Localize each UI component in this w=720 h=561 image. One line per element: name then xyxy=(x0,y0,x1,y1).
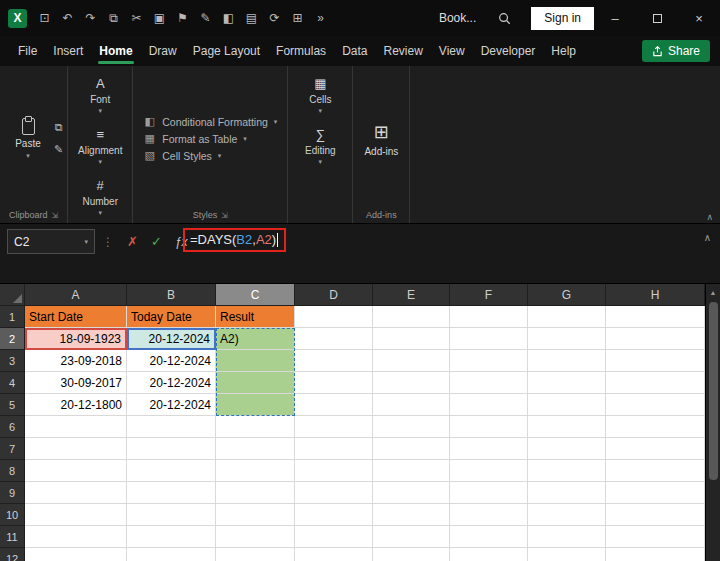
style-item-cell-styles[interactable]: ▧Cell Styles▾ xyxy=(143,149,277,162)
cell-H9[interactable] xyxy=(606,482,705,504)
row-header-8[interactable]: 8 xyxy=(0,460,25,482)
cell-F5[interactable] xyxy=(450,394,528,416)
tab-home[interactable]: Home xyxy=(91,36,140,66)
cell-D6[interactable] xyxy=(295,416,373,438)
maximize-button[interactable] xyxy=(636,0,678,36)
add-ins-button[interactable]: ⊞ Add-ins xyxy=(357,121,405,157)
style-item-format-as-table[interactable]: ▦Format as Table▾ xyxy=(143,132,277,145)
cell-B8[interactable] xyxy=(127,460,216,482)
cell-H11[interactable] xyxy=(606,526,705,548)
cell-H1[interactable] xyxy=(606,306,705,328)
cell-E8[interactable] xyxy=(373,460,450,482)
cell-G9[interactable] xyxy=(528,482,606,504)
cell-B2[interactable]: 20-12-2024 xyxy=(127,328,216,350)
copy-icon[interactable]: ⧉ xyxy=(54,121,63,134)
row-header-1[interactable]: 1 xyxy=(0,306,25,328)
cell-D12[interactable] xyxy=(295,548,373,561)
ribbon-group-editing[interactable]: ∑Editing▾ xyxy=(292,121,348,172)
cell-E7[interactable] xyxy=(373,438,450,460)
cell-H5[interactable] xyxy=(606,394,705,416)
row-header-9[interactable]: 9 xyxy=(0,482,25,504)
cell-A4[interactable]: 30-09-2017 xyxy=(25,372,127,394)
column-header-D[interactable]: D xyxy=(295,284,373,306)
vertical-scrollbar[interactable]: ▲ ▼ xyxy=(705,284,720,561)
cell-B12[interactable] xyxy=(127,548,216,561)
column-header-F[interactable]: F xyxy=(450,284,528,306)
tab-file[interactable]: File xyxy=(10,36,45,66)
cell-A9[interactable] xyxy=(25,482,127,504)
cell-F11[interactable] xyxy=(450,526,528,548)
cell-E9[interactable] xyxy=(373,482,450,504)
cell-C4[interactable] xyxy=(216,372,295,394)
cell-F6[interactable] xyxy=(450,416,528,438)
cell-H4[interactable] xyxy=(606,372,705,394)
column-header-C[interactable]: C xyxy=(216,284,295,306)
tab-help[interactable]: Help xyxy=(543,36,584,66)
ribbon-group-font[interactable]: AFont▾ xyxy=(72,70,128,121)
cancel-button[interactable]: ✗ xyxy=(127,234,138,249)
cell-C12[interactable] xyxy=(216,548,295,561)
cell-B3[interactable]: 20-12-2024 xyxy=(127,350,216,372)
excel-logo-icon[interactable]: X xyxy=(8,9,27,28)
document-icon[interactable]: ▤ xyxy=(240,11,263,25)
tab-data[interactable]: Data xyxy=(334,36,375,66)
minimize-button[interactable]: – xyxy=(594,0,636,36)
cell-F12[interactable] xyxy=(450,548,528,561)
cell-C10[interactable] xyxy=(216,504,295,526)
cell-A5[interactable]: 20-12-1800 xyxy=(25,394,127,416)
cell-C1[interactable]: Result xyxy=(216,306,295,328)
cell-G8[interactable] xyxy=(528,460,606,482)
name-box-splitter[interactable]: ⋮ xyxy=(102,235,114,249)
cell-C6[interactable] xyxy=(216,416,295,438)
sign-in-button[interactable]: Sign in xyxy=(531,7,594,30)
cell-B11[interactable] xyxy=(127,526,216,548)
vertical-scroll-thumb[interactable] xyxy=(709,302,718,480)
cell-H6[interactable] xyxy=(606,416,705,438)
cell-H3[interactable] xyxy=(606,350,705,372)
cell-B1[interactable]: Today Date xyxy=(127,306,216,328)
row-header-7[interactable]: 7 xyxy=(0,438,25,460)
cell-H10[interactable] xyxy=(606,504,705,526)
cell-A12[interactable] xyxy=(25,548,127,561)
cell-A8[interactable] xyxy=(25,460,127,482)
draw-icon[interactable]: ✎ xyxy=(194,11,217,25)
tab-developer[interactable]: Developer xyxy=(473,36,544,66)
refresh-icon[interactable]: ⟳ xyxy=(263,11,286,25)
cell-D9[interactable] xyxy=(295,482,373,504)
cell-E2[interactable] xyxy=(373,328,450,350)
cell-D3[interactable] xyxy=(295,350,373,372)
tab-view[interactable]: View xyxy=(431,36,473,66)
cell-E4[interactable] xyxy=(373,372,450,394)
tab-insert[interactable]: Insert xyxy=(45,36,91,66)
paste-button[interactable]: Paste ▾ xyxy=(4,118,52,160)
row-header-3[interactable]: 3 xyxy=(0,350,25,372)
cell-B9[interactable] xyxy=(127,482,216,504)
row-header-10[interactable]: 10 xyxy=(0,504,25,526)
cell-G6[interactable] xyxy=(528,416,606,438)
ribbon-group-cells[interactable]: ▦Cells▾ xyxy=(292,70,348,121)
cell-C3[interactable] xyxy=(216,350,295,372)
row-header-11[interactable]: 11 xyxy=(0,526,25,548)
cell-C5[interactable] xyxy=(216,394,295,416)
cell-A10[interactable] xyxy=(25,504,127,526)
cell-G3[interactable] xyxy=(528,350,606,372)
formula-bar-collapse-icon[interactable]: ∧ xyxy=(704,232,711,243)
redo-icon[interactable]: ↷ xyxy=(79,11,102,25)
row-header-6[interactable]: 6 xyxy=(0,416,25,438)
select-all-corner[interactable] xyxy=(0,284,25,306)
cell-B6[interactable] xyxy=(127,416,216,438)
cell-A11[interactable] xyxy=(25,526,127,548)
share-button[interactable]: Share xyxy=(642,40,710,62)
undo-icon[interactable]: ↶ xyxy=(56,11,79,25)
column-header-A[interactable]: A xyxy=(25,284,127,306)
cell-D4[interactable] xyxy=(295,372,373,394)
style-item-conditional-formatting[interactable]: ◧Conditional Formatting▾ xyxy=(143,115,277,128)
cell-F9[interactable] xyxy=(450,482,528,504)
cell-B7[interactable] xyxy=(127,438,216,460)
tab-draw[interactable]: Draw xyxy=(141,36,185,66)
formula-input[interactable]: =DAYS(B2,A2) xyxy=(183,228,694,252)
close-button[interactable]: × xyxy=(678,0,720,36)
name-box[interactable]: C2 ▾ xyxy=(7,229,95,254)
cell-B5[interactable]: 20-12-2024 xyxy=(127,394,216,416)
cell-B4[interactable]: 20-12-2024 xyxy=(127,372,216,394)
